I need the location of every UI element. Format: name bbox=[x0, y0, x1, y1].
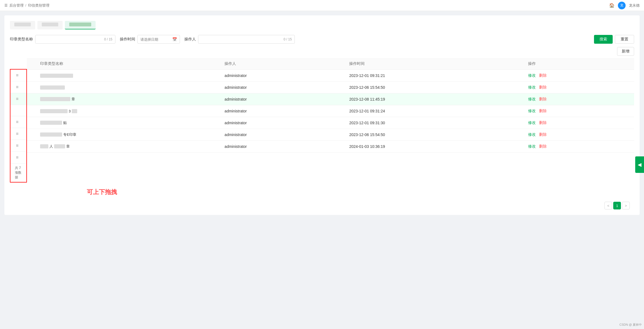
row6-time: 2023-12-06 15:54:50 bbox=[345, 129, 524, 141]
col-header-drag bbox=[27, 58, 36, 70]
watermark: CSDN @ 夏林中 bbox=[620, 323, 642, 327]
right-fab[interactable]: ◀ bbox=[635, 156, 644, 173]
total-count: 共 7 项数据 bbox=[10, 164, 26, 182]
row4-time: 2023-12-01 09:31:24 bbox=[345, 105, 524, 117]
operator-input-wrapper[interactable]: 0 / 15 bbox=[198, 35, 295, 44]
row7-operator: administrator bbox=[220, 141, 345, 153]
table-row: administrator 2023-12-06 15:54:50 修改 删除 bbox=[27, 82, 634, 93]
drag-handle-1[interactable]: ≡ bbox=[10, 70, 26, 81]
top-nav-right: 🏠 龙 龙永德 bbox=[609, 2, 640, 9]
new-btn-area: 新增 bbox=[10, 47, 634, 56]
row1-drag bbox=[27, 70, 36, 82]
drag-handle-5[interactable]: ≡ bbox=[10, 128, 26, 140]
drag-icon-7[interactable]: ≡ bbox=[15, 154, 20, 161]
calendar-icon: 📅 bbox=[172, 37, 177, 42]
drag-icon-1[interactable]: ≡ bbox=[15, 72, 20, 79]
drag-icon-2[interactable]: ≡ bbox=[15, 84, 20, 90]
row1-time: 2023-12-01 09:31:21 bbox=[345, 70, 524, 82]
drag-handle-4[interactable]: ≡ bbox=[10, 116, 26, 128]
row2-name bbox=[36, 82, 220, 93]
page-1-btn[interactable]: 1 bbox=[613, 202, 621, 209]
pagination-area: < 1 > bbox=[10, 202, 634, 209]
row6-operator: administrator bbox=[220, 129, 345, 141]
row7-edit-link[interactable]: 修改 bbox=[528, 144, 536, 148]
table-row: 专E印章 administrator 2023-12-06 15:54:50 修… bbox=[27, 129, 634, 141]
drag-icon-6[interactable]: ≡ bbox=[15, 142, 20, 149]
table-row: 人 章 administrator 2024-01-03 10:36:19 修改… bbox=[27, 141, 634, 153]
row7-delete-link[interactable]: 删除 bbox=[539, 144, 547, 148]
date-input-wrapper[interactable]: 📅 bbox=[137, 35, 180, 44]
row4-edit-link[interactable]: 修改 bbox=[528, 109, 536, 113]
row4-operator: administrator bbox=[220, 105, 345, 117]
row3-time: 2023-12-08 11:45:19 bbox=[345, 93, 524, 105]
search-time-field: 操作时间 📅 bbox=[120, 35, 180, 44]
table-wrapper: 印章类型名称 操作人 操作时间 操作 bbox=[27, 58, 634, 183]
row3-actions: 修改 删除 bbox=[524, 93, 634, 105]
next-page-btn[interactable]: > bbox=[622, 202, 630, 209]
row1-actions: 修改 删除 bbox=[524, 70, 634, 82]
search-button[interactable]: 搜索 bbox=[594, 35, 613, 44]
row3-edit-link[interactable]: 修改 bbox=[528, 97, 536, 101]
breadcrumb-item-2: 印信类别管理 bbox=[28, 3, 49, 8]
name-input[interactable] bbox=[38, 37, 104, 42]
row5-time: 2023-12-01 09:31:30 bbox=[345, 117, 524, 129]
tab-2[interactable] bbox=[37, 21, 63, 29]
row3-delete-link[interactable]: 删除 bbox=[539, 97, 547, 101]
fab-icon: ◀ bbox=[638, 162, 642, 168]
name-label: 印章类型名称 bbox=[10, 37, 33, 42]
drag-handles-container: ≡ ≡ ≡ ≡ ≡ ≡ bbox=[10, 69, 27, 183]
drag-handle-7[interactable]: ≡ bbox=[10, 152, 26, 164]
home-icon[interactable]: 🏠 bbox=[609, 3, 615, 8]
tab-3[interactable] bbox=[65, 21, 96, 29]
drag-handle-2[interactable]: ≡ bbox=[10, 81, 26, 93]
row7-time: 2024-01-03 10:36:19 bbox=[345, 141, 524, 153]
table-header-row: 印章类型名称 操作人 操作时间 操作 bbox=[27, 58, 634, 70]
drag-handle-3[interactable]: ≡ bbox=[10, 93, 26, 105]
name-input-wrapper[interactable]: 0 / 15 bbox=[35, 35, 115, 44]
drag-icon-5[interactable]: ≡ bbox=[15, 130, 20, 137]
new-button[interactable]: 新增 bbox=[617, 47, 634, 56]
drag-icon-4[interactable]: ≡ bbox=[15, 118, 20, 125]
col-header-name: 印章类型名称 bbox=[36, 58, 220, 70]
row2-delete-link[interactable]: 删除 bbox=[539, 85, 547, 89]
prev-page-btn[interactable]: < bbox=[604, 202, 612, 209]
row4-drag bbox=[27, 105, 36, 117]
row5-edit-link[interactable]: 修改 bbox=[528, 120, 536, 125]
row2-time: 2023-12-06 15:54:50 bbox=[345, 82, 524, 93]
row1-delete-link[interactable]: 删除 bbox=[539, 73, 547, 78]
tab-1[interactable] bbox=[10, 21, 35, 29]
table-area: ≡ ≡ ≡ ≡ ≡ ≡ bbox=[10, 58, 634, 183]
row5-operator: administrator bbox=[220, 117, 345, 129]
row6-edit-link[interactable]: 修改 bbox=[528, 132, 536, 137]
row6-name: 专E印章 bbox=[36, 129, 220, 141]
row5-drag bbox=[27, 117, 36, 129]
row6-drag bbox=[27, 129, 36, 141]
time-label: 操作时间 bbox=[120, 37, 135, 42]
row4-delete-link[interactable]: 删除 bbox=[539, 109, 547, 113]
col-header-time: 操作时间 bbox=[345, 58, 524, 70]
main-card: 印章类型名称 0 / 15 操作时间 📅 操作人 0 / 15 bbox=[4, 15, 640, 215]
row5-delete-link[interactable]: 删除 bbox=[539, 120, 547, 125]
operator-count: 0 / 15 bbox=[284, 37, 292, 41]
row5-actions: 修改 删除 bbox=[524, 117, 634, 129]
breadcrumb-separator: / bbox=[25, 3, 26, 7]
table-row: 贴 administrator 2023-12-01 09:31:30 修改 删… bbox=[27, 117, 634, 129]
reset-button[interactable]: 重置 bbox=[615, 35, 634, 44]
row6-delete-link[interactable]: 删除 bbox=[539, 132, 547, 137]
row7-name: 人 章 bbox=[36, 141, 220, 153]
drag-icon-3[interactable]: ≡ bbox=[15, 95, 20, 102]
drag-handle-6[interactable]: ≡ bbox=[10, 140, 26, 152]
row1-operator: administrator bbox=[220, 70, 345, 82]
tabs bbox=[10, 21, 634, 29]
row1-edit-link[interactable]: 修改 bbox=[528, 73, 536, 78]
date-input[interactable] bbox=[140, 37, 171, 42]
name-count: 0 / 15 bbox=[104, 37, 112, 41]
col-header-action: 操作 bbox=[524, 58, 634, 70]
table-row: 章 administrator 2023-12-08 11:45:19 修改 删… bbox=[27, 93, 634, 105]
table-row: administrator 2023-12-01 09:31:21 修改 删除 bbox=[27, 70, 634, 82]
row2-edit-link[interactable]: 修改 bbox=[528, 85, 536, 89]
row7-drag bbox=[27, 141, 36, 153]
operator-input[interactable] bbox=[201, 37, 284, 42]
row4-actions: 修改 删除 bbox=[524, 105, 634, 117]
row3-operator: administrator bbox=[220, 93, 345, 105]
